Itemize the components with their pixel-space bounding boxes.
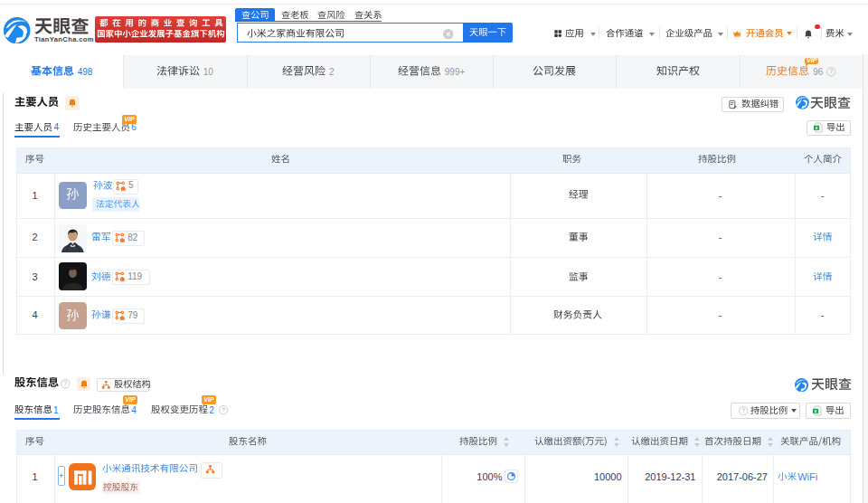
svg-text:VIP: VIP — [125, 395, 136, 403]
svg-text:?: ? — [830, 68, 834, 74]
svg-text:?: ? — [63, 381, 67, 387]
svg-text:VIP: VIP — [124, 115, 135, 123]
svg-text:VIP: VIP — [204, 395, 215, 403]
svg-text:?: ? — [741, 407, 745, 413]
svg-text:?: ? — [222, 406, 226, 413]
